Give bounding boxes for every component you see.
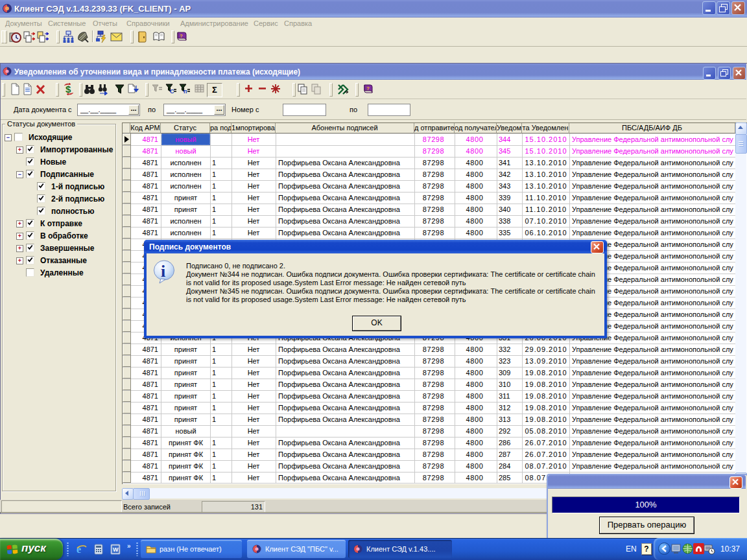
svg-text:W: W bbox=[113, 546, 119, 553]
svg-text:C: C bbox=[170, 88, 174, 95]
svg-text:?: ? bbox=[180, 33, 183, 39]
svg-text:?: ? bbox=[366, 86, 370, 91]
svg-text:п: п bbox=[184, 88, 187, 95]
svg-text:i: i bbox=[161, 262, 165, 281]
svg-text:e: e bbox=[77, 544, 81, 555]
